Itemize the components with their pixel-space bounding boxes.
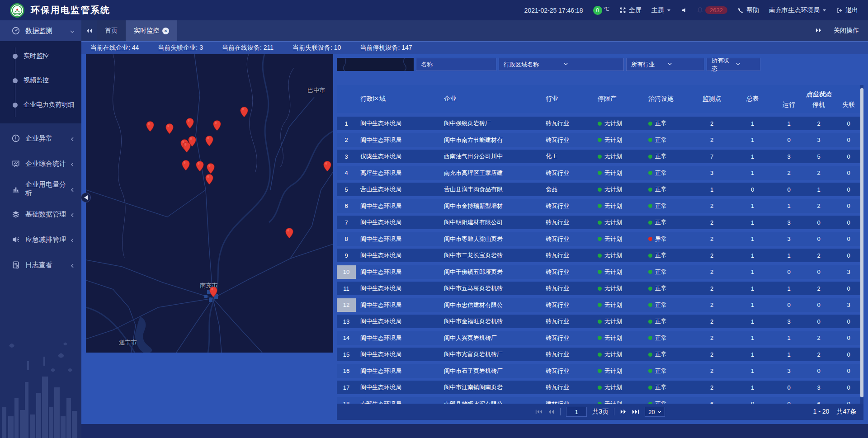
next-page-button[interactable] — [620, 409, 627, 414]
map-pin-icon[interactable] — [186, 118, 194, 129]
map-pin-icon[interactable] — [240, 107, 248, 118]
page-number-input[interactable] — [566, 407, 587, 417]
map-pin-icon[interactable] — [165, 123, 174, 134]
industry-filter-select[interactable]: 所有行业 — [626, 58, 704, 71]
sidebar-item[interactable]: 基础数据管理 — [0, 204, 81, 225]
theme-dropdown[interactable]: 主题 — [651, 6, 671, 14]
sidebar-item[interactable]: 企业用电量分析 — [0, 179, 81, 199]
table-row[interactable]: 8阆中生态环境局阆中市枣碧大梁山页岩砖瓦行业无计划异常21300 — [337, 232, 863, 246]
map-pin-icon[interactable] — [182, 160, 190, 171]
cell-monitor-points: 2 — [693, 364, 731, 378]
tabs: 首页实时监控✕ — [97, 20, 177, 41]
table-row[interactable]: 2阆中生态环境局阆中市南方节能建材有砖瓦行业无计划正常21030 — [337, 133, 863, 147]
cell-index: 15 — [337, 348, 356, 361]
fullscreen-button[interactable]: 全屏 — [619, 6, 642, 14]
sidebar-subitem[interactable]: 企业电力负荷明细 — [0, 93, 81, 117]
name-filter-input[interactable] — [416, 58, 496, 71]
tab[interactable]: 首页 — [97, 20, 126, 41]
table-row[interactable]: 17阆中生态环境局阆中市江南镇阆南页岩砖瓦行业无计划正常21030 — [337, 381, 863, 394]
skyline-decoration — [0, 302, 81, 438]
page-size-select[interactable]: 20 — [645, 407, 665, 417]
table-row[interactable]: 5营山生态环境局营山县润丰肉食品有限食品无计划正常10010 — [337, 183, 863, 196]
mute-button[interactable] — [681, 7, 687, 13]
map-pin-icon[interactable] — [209, 287, 217, 297]
sidebar-item[interactable]: 数据监测 — [0, 20, 81, 41]
cell-company: 阆中强锐页岩砖厂 — [439, 117, 541, 130]
table-row[interactable]: 6阆中生态环境局阆中市金博瑞新型墙材砖瓦行业无计划正常21120 — [337, 199, 863, 213]
table-row[interactable]: 11阆中生态环境局阆中市五马桥页岩机砖砖瓦行业无计划正常21120 — [337, 282, 863, 295]
cell-total-meter: 1 — [731, 265, 774, 279]
col-industry: 行业 — [541, 85, 593, 113]
table-row[interactable]: 4高坪生态环境局南充市高坪区王家店建砖瓦行业无计划正常31220 — [337, 166, 863, 180]
sidebar-item[interactable]: 应急减排管理 — [0, 229, 81, 250]
table-row[interactable]: 16阆中生态环境局阆中市石子页岩机砖厂砖瓦行业无计划正常21300 — [337, 364, 863, 378]
map-pin-icon[interactable] — [205, 174, 213, 185]
map-pin-icon[interactable] — [207, 163, 215, 174]
map-pin-icon[interactable] — [213, 120, 221, 131]
tabs-scroll-right-button[interactable] — [815, 27, 822, 34]
logfile-icon — [12, 261, 20, 269]
table-scrollbar[interactable] — [860, 85, 863, 404]
cell-total-meter: 1 — [731, 216, 774, 229]
table-row[interactable]: 3仪陇生态环境局西南油气田分公司川中化工无计划正常71350 — [337, 150, 863, 163]
map-pin-icon[interactable] — [205, 136, 213, 146]
cell-monitor-points: 2 — [693, 265, 731, 279]
map-pin-icon[interactable] — [196, 161, 204, 172]
cell-index: 10 — [337, 265, 356, 279]
status-dot-icon — [598, 336, 602, 340]
cell-disconnected: 0 — [834, 364, 863, 378]
sidebar-subitem[interactable]: 实时监控 — [0, 44, 81, 68]
cell-disconnected: 0 — [834, 199, 863, 213]
map-pin-icon[interactable] — [188, 136, 196, 147]
map-canvas — [86, 54, 333, 353]
map-pin-icon[interactable] — [285, 228, 293, 239]
sidebar-subitem[interactable]: 视频监控 — [0, 68, 81, 93]
cell-region: 阆中生态环境局 — [356, 232, 439, 246]
first-page-button[interactable] — [535, 409, 542, 414]
cell-disconnected: 0 — [834, 166, 863, 180]
table-row[interactable]: 15阆中生态环境局阆中市光富页岩机砖厂砖瓦行业无计划正常21120 — [337, 348, 863, 361]
cell-industry: 砖瓦行业 — [541, 216, 593, 229]
close-operations-button[interactable]: 关闭操作 — [834, 27, 859, 35]
logout-button[interactable]: 退出 — [836, 6, 858, 14]
logo-emblem-icon — [11, 5, 23, 16]
status-filter-select[interactable]: 所有状态 — [707, 58, 760, 71]
map-pin-icon[interactable] — [323, 161, 331, 172]
tabs-scroll-left-button[interactable] — [81, 20, 97, 41]
table-row[interactable]: 1阆中生态环境局阆中强锐页岩砖厂砖瓦行业无计划正常21120 — [337, 117, 863, 130]
table-row[interactable]: 9阆中生态环境局阆中市二龙长宝页岩砖砖瓦行业无计划正常21120 — [337, 249, 863, 262]
tab[interactable]: 实时监控✕ — [126, 20, 177, 41]
cell-company: 阆中千佛镇五郎垭页岩 — [439, 265, 541, 279]
notification-count-badge: 2632 — [705, 6, 727, 14]
last-page-button[interactable] — [632, 409, 639, 414]
cell-running: 3 — [774, 232, 804, 246]
notification-bell[interactable]: 2632 — [697, 6, 727, 14]
map-pin-icon[interactable] — [146, 121, 154, 132]
scrollbar-thumb[interactable] — [860, 88, 863, 397]
cell-monitor-points: 2 — [693, 133, 731, 147]
sidebar-item[interactable]: 日志查看 — [0, 254, 81, 275]
table-row[interactable]: 13阆中生态环境局阆中市金福旺页岩机砖砖瓦行业无计划正常21300 — [337, 315, 863, 328]
map-collapse-handle[interactable] — [81, 193, 91, 203]
tab-close-icon[interactable]: ✕ — [162, 28, 169, 34]
table-row[interactable]: 12阆中生态环境局阆中市忠信建材有限公砖瓦行业无计划正常21003 — [337, 298, 863, 312]
table-row[interactable]: 14阆中生态环境局阆中大兴页岩机砖厂砖瓦行业无计划正常21120 — [337, 331, 863, 345]
table-row[interactable]: 10阆中生态环境局阆中千佛镇五郎垭页岩砖瓦行业无计划正常21003 — [337, 265, 863, 279]
prev-page-button[interactable] — [548, 409, 555, 414]
org-dropdown[interactable]: 南充市生态环境局 — [769, 6, 826, 14]
cell-total-meter: 1 — [731, 232, 774, 246]
cell-facility: 正常 — [644, 315, 693, 328]
table-row[interactable]: 7阆中生态环境局阆中明阳建材有限公司砖瓦行业无计划正常21300 — [337, 216, 863, 229]
status-dot-icon — [648, 221, 652, 225]
divider — [560, 408, 561, 415]
map-panel[interactable]: 巴中市南充市遂宁市 — [86, 54, 333, 353]
cell-running: 1 — [774, 348, 804, 361]
cell-facility: 正常 — [644, 331, 693, 345]
sidebar-item[interactable]: 企业综合统计 — [0, 153, 81, 174]
help-button[interactable]: 帮助 — [737, 6, 759, 14]
tab-bar: 首页实时监控✕ 关闭操作 — [81, 20, 868, 41]
region-filter-select[interactable]: 行政区域名称 — [499, 58, 624, 71]
caret-down-icon — [822, 8, 826, 12]
sidebar-item[interactable]: 企业异常 — [0, 128, 81, 149]
cell-running: 1 — [774, 331, 804, 345]
